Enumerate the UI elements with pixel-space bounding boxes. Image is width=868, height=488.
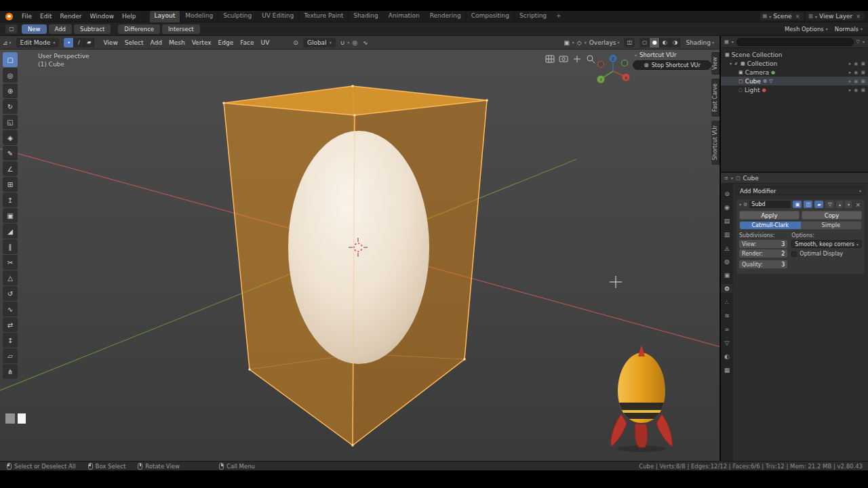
menu-vertex[interactable]: Vertex: [189, 39, 215, 46]
remove-modifier-button[interactable]: ×: [854, 201, 862, 208]
subdivided-egg-mesh[interactable]: [288, 131, 429, 364]
snap-magnet-icon[interactable]: ∪: [338, 39, 348, 46]
selectable-toggle-icon[interactable]: ▸: [849, 70, 852, 75]
hide-toggle-icon[interactable]: ◉: [854, 87, 858, 93]
apply-button[interactable]: Apply: [739, 211, 800, 220]
tool-inset[interactable]: ▣: [3, 208, 18, 223]
carve-subtract-button[interactable]: Subtract: [74, 24, 111, 34]
menu-edge[interactable]: Edge: [215, 39, 237, 46]
render-toggle-icon[interactable]: ▣: [861, 87, 865, 93]
tool-transform[interactable]: ◈: [3, 130, 18, 145]
render-toggle-icon[interactable]: ▣: [861, 70, 865, 75]
tool-cursor[interactable]: ◎: [3, 68, 18, 83]
solid-shading-button[interactable]: ●: [650, 38, 660, 47]
menu-help[interactable]: Help: [118, 13, 140, 20]
workspace-tab-compositing[interactable]: Compositing: [467, 11, 515, 22]
menu-edit[interactable]: Edit: [36, 13, 56, 20]
rendered-shading-button[interactable]: ◑: [670, 38, 680, 47]
tool-edge-slide[interactable]: ⇄: [3, 317, 18, 332]
carve-add-button[interactable]: Add: [49, 24, 72, 34]
material-tab[interactable]: ◐: [721, 352, 733, 361]
output-tab[interactable]: ▤: [721, 216, 733, 225]
render-subdivisions-field[interactable]: Render: 2: [739, 249, 787, 258]
overlays-dropdown[interactable]: Overlays ▾: [587, 39, 623, 46]
workspace-tab-rendering[interactable]: Rendering: [425, 11, 467, 22]
workspace-tab-scripting[interactable]: Scripting: [515, 11, 552, 22]
render-toggle-icon[interactable]: ▣: [861, 79, 865, 84]
catmull-clark-button[interactable]: Catmull-Clark: [740, 222, 801, 229]
render-toggle-icon[interactable]: ▣: [861, 61, 865, 66]
selectable-toggle-icon[interactable]: ▸: [849, 79, 852, 84]
carve-new-button[interactable]: New: [22, 24, 47, 34]
tool-spin[interactable]: ↺: [3, 286, 18, 301]
editor-type-button[interactable]: ⊿ ▾: [0, 39, 14, 46]
menu-add[interactable]: Add: [147, 39, 165, 46]
sidebar-tab-shortcut-vur[interactable]: Shortcut VUr: [711, 121, 719, 165]
tool-scale[interactable]: ◱: [3, 115, 18, 129]
modifier-name-field[interactable]: Subd: [749, 201, 791, 208]
tool-smooth[interactable]: ∿: [3, 302, 18, 317]
orientation-dropdown[interactable]: Global ▾: [303, 38, 336, 47]
tool-shear[interactable]: ▱: [3, 348, 18, 363]
gizmos-icon[interactable]: ◇: [574, 39, 585, 46]
view-layer-tab[interactable]: ▥: [721, 230, 733, 239]
tool-extrude[interactable]: ↥: [3, 192, 18, 207]
hide-toggle-icon[interactable]: ◉: [854, 61, 858, 66]
vertex-select-button[interactable]: ∙: [64, 38, 74, 47]
workspace-tab-shading[interactable]: Shading: [349, 11, 384, 22]
sidebar-tab-fast-carve[interactable]: Fast Carve: [711, 79, 719, 117]
outliner-row-collection[interactable]: ▾ ✓ ▦ Collection ▸ ◉ ▣: [721, 59, 868, 68]
viewport-canvas[interactable]: Z X Y: [0, 49, 719, 461]
move-modifier-down-button[interactable]: ▾: [845, 201, 852, 208]
add-workspace-button[interactable]: +: [552, 11, 566, 22]
carve-difference-button[interactable]: Difference: [118, 24, 160, 34]
normals-dropdown[interactable]: Normals ▾: [835, 26, 863, 33]
menu-face[interactable]: Face: [237, 39, 257, 46]
cage-toggle[interactable]: ▽: [825, 201, 834, 208]
sidebar-tab-view[interactable]: View: [711, 52, 719, 75]
wireframe-shading-button[interactable]: ○: [639, 38, 650, 47]
render-visibility-toggle[interactable]: ▣: [793, 201, 802, 208]
tool-bevel[interactable]: ◢: [3, 224, 18, 239]
editmode-visibility-toggle[interactable]: ▰: [814, 201, 823, 208]
blender-logo-icon[interactable]: [5, 13, 13, 20]
swatch-white[interactable]: [18, 413, 26, 424]
tool-select-box[interactable]: ▢: [3, 52, 18, 67]
tool-knife[interactable]: ✂: [3, 255, 18, 270]
workspace-tab-texture-paint[interactable]: Texture Paint: [299, 11, 349, 22]
outliner-row-scene-collection[interactable]: ▦ Scene Collection: [721, 50, 868, 59]
tool-add-cube[interactable]: ⊞: [3, 177, 18, 192]
tool-measure[interactable]: ∠: [3, 161, 18, 176]
optimal-display-checkbox[interactable]: [791, 251, 797, 257]
render-tab[interactable]: ◉: [721, 203, 733, 211]
tool-annotate[interactable]: ✎: [3, 146, 18, 161]
constraints-tab[interactable]: ∞: [721, 325, 733, 333]
filter-funnel-icon[interactable]: ▽: [856, 39, 860, 45]
proportional-editing-icon[interactable]: ◎: [349, 39, 360, 46]
xray-toggle-button[interactable]: ◫: [624, 38, 635, 47]
pivot-point-icon[interactable]: ⊙: [290, 39, 301, 46]
tool-rip-region[interactable]: ⋔: [3, 364, 18, 379]
menu-window[interactable]: Window: [86, 13, 119, 20]
object-data-tab[interactable]: ▽: [721, 338, 733, 347]
remove-view-layer-icon[interactable]: ×: [854, 14, 862, 20]
texture-tab[interactable]: ▦: [721, 365, 733, 374]
object-tab[interactable]: ▣: [721, 270, 733, 279]
swatch-gray[interactable]: [5, 413, 15, 424]
mode-dropdown[interactable]: Edit Mode ▾: [16, 38, 60, 47]
shading-dropdown[interactable]: Shading ▾: [683, 39, 717, 46]
workspace-tab-layout[interactable]: Layout: [150, 11, 181, 22]
workspace-tab-animation[interactable]: Animation: [384, 11, 425, 22]
tool-loop-cut[interactable]: ∥: [3, 239, 18, 254]
hide-toggle-icon[interactable]: ◉: [854, 79, 858, 84]
menu-view[interactable]: View: [100, 39, 121, 46]
selectable-toggle-icon[interactable]: ▸: [849, 87, 852, 93]
move-modifier-up-button[interactable]: ▴: [836, 201, 843, 208]
scene-selector[interactable]: ▤ ▾ Scene ×: [760, 12, 804, 20]
menu-mesh[interactable]: Mesh: [165, 39, 189, 46]
carve-intersect-button[interactable]: Intersect: [162, 24, 200, 34]
outliner-editor-icon[interactable]: ▦: [724, 39, 729, 45]
tool-rotate[interactable]: ↻: [3, 99, 18, 114]
modifiers-tab[interactable]: ⚙: [721, 284, 733, 293]
menu-uv[interactable]: UV: [258, 39, 273, 46]
